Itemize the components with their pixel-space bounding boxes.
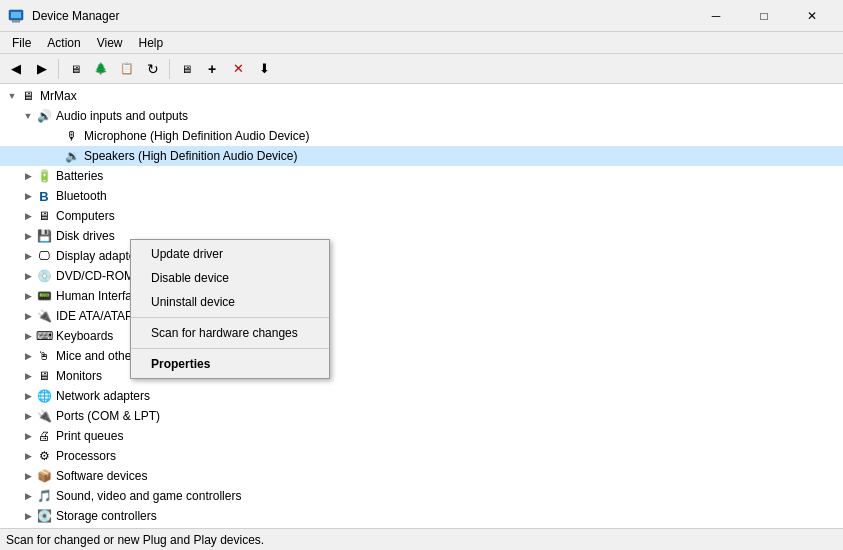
- ctx-disable-device[interactable]: Disable device: [131, 266, 329, 290]
- menu-help[interactable]: Help: [131, 34, 172, 52]
- minimize-button[interactable]: ─: [693, 0, 739, 32]
- dvd-expand-icon: ▶: [20, 268, 36, 284]
- ctx-sep-1: [131, 317, 329, 318]
- app-icon: [8, 8, 24, 24]
- main-content: ▼ 🖥 MrMax ▼ 🔊 Audio inputs and outputs 🎙…: [0, 84, 843, 528]
- tree-item-sound[interactable]: ▶ 🎵 Sound, video and game controllers: [0, 486, 843, 506]
- tree-item-processors[interactable]: ▶ ⚙ Processors: [0, 446, 843, 466]
- tree-item-speakers[interactable]: 🔉 Speakers (High Definition Audio Device…: [0, 146, 843, 166]
- mice-icon: 🖱: [36, 348, 52, 364]
- sound-expand-icon: ▶: [20, 488, 36, 504]
- network-expand-icon: ▶: [20, 388, 36, 404]
- audio-icon: 🔊: [36, 108, 52, 124]
- processors-expand-icon: ▶: [20, 448, 36, 464]
- tree-view-button[interactable]: 🌲: [89, 57, 113, 81]
- tree-item-microphone[interactable]: 🎙 Microphone (High Definition Audio Devi…: [0, 126, 843, 146]
- title-bar: Device Manager ─ □ ✕: [0, 0, 843, 32]
- speakers-icon: 🔉: [64, 148, 80, 164]
- monitors-expand-icon: ▶: [20, 368, 36, 384]
- menu-view[interactable]: View: [89, 34, 131, 52]
- ctx-scan-hardware[interactable]: Scan for hardware changes: [131, 321, 329, 345]
- maximize-button[interactable]: □: [741, 0, 787, 32]
- keyboards-label: Keyboards: [56, 329, 113, 343]
- tree-item-network[interactable]: ▶ 🌐 Network adapters: [0, 386, 843, 406]
- software-label: Software devices: [56, 469, 147, 483]
- sound-icon: 🎵: [36, 488, 52, 504]
- tree-item-print[interactable]: ▶ 🖨 Print queues: [0, 426, 843, 446]
- tree-item-computers[interactable]: ▶ 🖥 Computers: [0, 206, 843, 226]
- back-button[interactable]: ◀: [4, 57, 28, 81]
- close-button[interactable]: ✕: [789, 0, 835, 32]
- processors-icon: ⚙: [36, 448, 52, 464]
- monitors-label: Monitors: [56, 369, 102, 383]
- audio-expand-icon: ▼: [20, 108, 36, 124]
- toolbar-sep-1: [58, 59, 59, 79]
- ports-expand-icon: ▶: [20, 408, 36, 424]
- processors-label: Processors: [56, 449, 116, 463]
- computers-label: Computers: [56, 209, 115, 223]
- network-label: Network adapters: [56, 389, 150, 403]
- tree-item-storage[interactable]: ▶ 💽 Storage controllers: [0, 506, 843, 526]
- display-icon: 🖵: [36, 248, 52, 264]
- tree-root[interactable]: ▼ 🖥 MrMax: [0, 86, 843, 106]
- print-icon: 🖨: [36, 428, 52, 444]
- device-tree[interactable]: ▼ 🖥 MrMax ▼ 🔊 Audio inputs and outputs 🎙…: [0, 84, 843, 528]
- tree-item-batteries[interactable]: ▶ 🔋 Batteries: [0, 166, 843, 186]
- sound-label: Sound, video and game controllers: [56, 489, 241, 503]
- ctx-update-driver[interactable]: Update driver: [131, 242, 329, 266]
- forward-button[interactable]: ▶: [30, 57, 54, 81]
- disk-expand-icon: ▶: [20, 228, 36, 244]
- tree-item-system[interactable]: ▶ 🖥 System devices: [0, 526, 843, 528]
- disk-label: Disk drives: [56, 229, 115, 243]
- svg-rect-1: [11, 12, 21, 18]
- computer-button[interactable]: 🖥: [63, 57, 87, 81]
- properties-button[interactable]: 📋: [115, 57, 139, 81]
- remove-button[interactable]: ✕: [226, 57, 250, 81]
- tree-item-dvd[interactable]: ▶ 💿 DVD/CD-ROM drives: [0, 266, 843, 286]
- print-label: Print queues: [56, 429, 123, 443]
- menu-file[interactable]: File: [4, 34, 39, 52]
- computers-icon: 🖥: [36, 208, 52, 224]
- ports-label: Ports (COM & LPT): [56, 409, 160, 423]
- tree-item-mice[interactable]: ▶ 🖱 Mice and other pointing devices: [0, 346, 843, 366]
- toolbar: ◀ ▶ 🖥 🌲 📋 ↻ 🖥 + ✕ ⬇: [0, 54, 843, 84]
- keyboards-expand-icon: ▶: [20, 328, 36, 344]
- human-expand-icon: ▶: [20, 288, 36, 304]
- tree-item-display[interactable]: ▶ 🖵 Display adapters: [0, 246, 843, 266]
- tree-item-ports[interactable]: ▶ 🔌 Ports (COM & LPT): [0, 406, 843, 426]
- refresh-button[interactable]: ↻: [141, 57, 165, 81]
- tree-item-human[interactable]: ▶ 📟 Human Interface Devices: [0, 286, 843, 306]
- tree-item-disk[interactable]: ▶ 💾 Disk drives: [0, 226, 843, 246]
- disk-icon: 💾: [36, 228, 52, 244]
- ctx-properties[interactable]: Properties: [131, 352, 329, 376]
- dvd-icon: 💿: [36, 268, 52, 284]
- monitors-icon: 🖥: [36, 368, 52, 384]
- ctx-uninstall-device[interactable]: Uninstall device: [131, 290, 329, 314]
- tree-item-bluetooth[interactable]: ▶ B Bluetooth: [0, 186, 843, 206]
- mice-expand-icon: ▶: [20, 348, 36, 364]
- ports-icon: 🔌: [36, 408, 52, 424]
- download-button[interactable]: ⬇: [252, 57, 276, 81]
- bluetooth-label: Bluetooth: [56, 189, 107, 203]
- monitor-button[interactable]: 🖥: [174, 57, 198, 81]
- tree-item-software[interactable]: ▶ 📦 Software devices: [0, 466, 843, 486]
- root-label: MrMax: [40, 89, 77, 103]
- add-button[interactable]: +: [200, 57, 224, 81]
- tree-item-audio[interactable]: ▼ 🔊 Audio inputs and outputs: [0, 106, 843, 126]
- audio-label: Audio inputs and outputs: [56, 109, 188, 123]
- tree-item-ide[interactable]: ▶ 🔌 IDE ATA/ATAPI controllers: [0, 306, 843, 326]
- microphone-label: Microphone (High Definition Audio Device…: [84, 129, 309, 143]
- network-icon: 🌐: [36, 388, 52, 404]
- menu-bar: File Action View Help: [0, 32, 843, 54]
- software-icon: 📦: [36, 468, 52, 484]
- mic-expand-placeholder: [48, 128, 64, 144]
- status-bar: Scan for changed or new Plug and Play de…: [0, 528, 843, 550]
- tree-item-monitors[interactable]: ▶ 🖥 Monitors: [0, 366, 843, 386]
- bluetooth-icon: B: [36, 188, 52, 204]
- ide-expand-icon: ▶: [20, 308, 36, 324]
- tree-item-keyboards[interactable]: ▶ ⌨ Keyboards: [0, 326, 843, 346]
- window-controls: ─ □ ✕: [693, 0, 835, 32]
- menu-action[interactable]: Action: [39, 34, 88, 52]
- storage-label: Storage controllers: [56, 509, 157, 523]
- batteries-expand-icon: ▶: [20, 168, 36, 184]
